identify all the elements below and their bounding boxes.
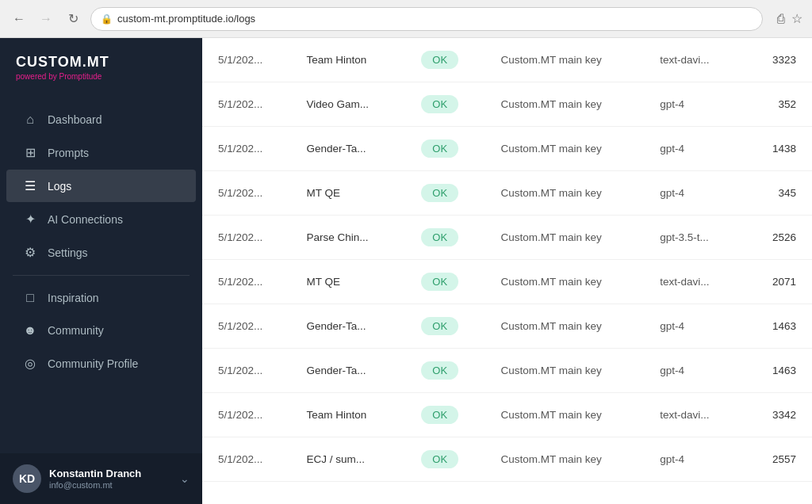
bookmark-button[interactable]: ☆	[791, 11, 802, 26]
sidebar-item-label: AI Connections	[48, 213, 123, 226]
avatar: KD	[13, 464, 41, 493]
log-date: 5/1/202...	[202, 127, 290, 171]
log-tokens: 1463	[750, 349, 812, 393]
address-bar[interactable]: 🔒 custom-mt.promptitude.io/logs	[90, 7, 763, 31]
log-model: text-davi...	[644, 393, 750, 437]
sidebar-item-community[interactable]: ☻ Community	[6, 315, 196, 346]
avatar-initials: KD	[19, 472, 35, 485]
sidebar: CUSTOM.MT powered by Promptitude ⌂ Dashb…	[0, 38, 202, 504]
sidebar-item-dashboard[interactable]: ⌂ Dashboard	[6, 104, 196, 136]
main-content: 5/1/202... Team Hinton OK Custom.MT main…	[202, 38, 812, 504]
user-profile[interactable]: KD Konstantin Dranch info@custom.mt ⌄	[0, 453, 202, 504]
log-model: gpt-3.5-t...	[644, 216, 750, 260]
status-badge: OK	[421, 317, 458, 335]
url-text: custom-mt.promptitude.io/logs	[117, 13, 255, 25]
lock-icon: 🔒	[101, 13, 113, 25]
table-row[interactable]: 5/1/202... Gender-Ta... OK Custom.MT mai…	[202, 127, 812, 171]
log-status: OK	[405, 349, 485, 393]
sidebar-item-label: Community	[48, 324, 104, 337]
log-key: Custom.MT main key	[485, 82, 645, 127]
user-chevron-icon: ⌄	[180, 472, 190, 485]
logs-icon: ☰	[22, 178, 38, 193]
sidebar-item-label: Settings	[48, 246, 88, 259]
log-status: OK	[405, 437, 485, 482]
log-tokens: 1438	[750, 127, 812, 171]
log-key: Custom.MT main key	[485, 127, 645, 171]
log-model: gpt-4	[644, 171, 750, 216]
log-date: 5/1/202...	[202, 82, 290, 127]
sidebar-item-community-profile[interactable]: ◎ Community Profile	[6, 347, 196, 380]
log-name: Gender-Ta...	[290, 304, 405, 349]
sidebar-navigation: ⌂ Dashboard ⊞ Prompts ☰ Logs ✦ AI Connec…	[0, 94, 202, 453]
log-tokens: 3342	[750, 393, 812, 437]
log-status: OK	[405, 38, 485, 82]
status-badge: OK	[421, 139, 458, 158]
inspiration-icon: □	[22, 291, 38, 305]
community-icon: ☻	[22, 323, 38, 338]
log-model: gpt-4	[644, 304, 750, 349]
ai-connections-icon: ✦	[22, 212, 38, 227]
status-badge: OK	[421, 51, 458, 69]
table-row[interactable]: 5/1/202... MT QE OK Custom.MT main key t…	[202, 260, 812, 304]
dashboard-icon: ⌂	[22, 113, 38, 127]
log-name: MT QE	[290, 260, 405, 304]
back-button[interactable]: ←	[10, 10, 29, 29]
sidebar-logo: CUSTOM.MT powered by Promptitude	[0, 38, 202, 94]
refresh-button[interactable]: ↻	[63, 10, 82, 29]
log-status: OK	[405, 127, 485, 171]
log-status: OK	[405, 171, 485, 216]
user-name: Konstantin Dranch	[49, 468, 172, 479]
status-badge: OK	[421, 450, 458, 468]
sidebar-item-settings[interactable]: ⚙ Settings	[6, 236, 196, 269]
log-name: Team Hinton	[290, 393, 405, 437]
share-button[interactable]: ⎙	[777, 11, 785, 26]
log-status: OK	[405, 260, 485, 304]
table-row[interactable]: 5/1/202... MT QE OK Custom.MT main key g…	[202, 171, 812, 216]
log-tokens: 345	[750, 171, 812, 216]
log-key: Custom.MT main key	[485, 216, 645, 260]
log-key: Custom.MT main key	[485, 171, 645, 216]
table-row[interactable]: 5/1/202... Parse Chin... OK Custom.MT ma…	[202, 216, 812, 260]
browser-actions: ⎙ ☆	[777, 11, 802, 26]
forward-button[interactable]: →	[36, 10, 56, 29]
log-name: Team Hinton	[290, 38, 405, 82]
log-tokens: 352	[750, 82, 812, 127]
user-email: info@custom.mt	[49, 480, 172, 490]
log-tokens: 1463	[750, 304, 812, 349]
sidebar-item-prompts[interactable]: ⊞ Prompts	[6, 136, 196, 169]
community-profile-icon: ◎	[22, 356, 38, 371]
sidebar-item-label: Prompts	[48, 147, 89, 159]
log-name: ECJ / sum...	[290, 437, 405, 482]
table-row[interactable]: 5/1/202... Gender-Ta... OK Custom.MT mai…	[202, 304, 812, 349]
sidebar-item-logs[interactable]: ☰ Logs	[6, 170, 196, 202]
log-name: Gender-Ta...	[290, 349, 405, 393]
log-date: 5/1/202...	[202, 393, 290, 437]
log-model: text-davi...	[644, 38, 750, 82]
log-tokens: 2071	[750, 260, 812, 304]
log-key: Custom.MT main key	[485, 437, 645, 482]
table-row[interactable]: 5/1/202... Team Hinton OK Custom.MT main…	[202, 38, 812, 82]
log-status: OK	[405, 304, 485, 349]
browser-bar: ← → ↻ 🔒 custom-mt.promptitude.io/logs ⎙ …	[0, 0, 812, 38]
logo-text: CUSTOM.MT	[16, 54, 186, 71]
sidebar-item-label: Logs	[48, 180, 71, 193]
table-row[interactable]: 5/1/202... Gender-Ta... OK Custom.MT mai…	[202, 349, 812, 393]
log-name: Parse Chin...	[290, 216, 405, 260]
log-date: 5/1/202...	[202, 260, 290, 304]
sidebar-item-ai-connections[interactable]: ✦ AI Connections	[6, 203, 196, 235]
status-badge: OK	[421, 228, 458, 246]
log-model: gpt-4	[644, 437, 750, 482]
table-row[interactable]: 5/1/202... ECJ / sum... OK Custom.MT mai…	[202, 437, 812, 482]
table-row[interactable]: 5/1/202... Video Gam... OK Custom.MT mai…	[202, 82, 812, 127]
log-status: OK	[405, 82, 485, 127]
status-badge: OK	[421, 406, 458, 424]
status-badge: OK	[421, 273, 458, 291]
log-model: text-davi...	[644, 260, 750, 304]
sidebar-item-inspiration[interactable]: □ Inspiration	[6, 282, 196, 314]
user-info: Konstantin Dranch info@custom.mt	[49, 468, 172, 490]
logo-sub: powered by Promptitude	[16, 72, 186, 81]
log-key: Custom.MT main key	[485, 38, 645, 82]
log-tokens: 3323	[750, 38, 812, 82]
table-row[interactable]: 5/1/202... Team Hinton OK Custom.MT main…	[202, 393, 812, 437]
status-badge: OK	[421, 184, 458, 202]
